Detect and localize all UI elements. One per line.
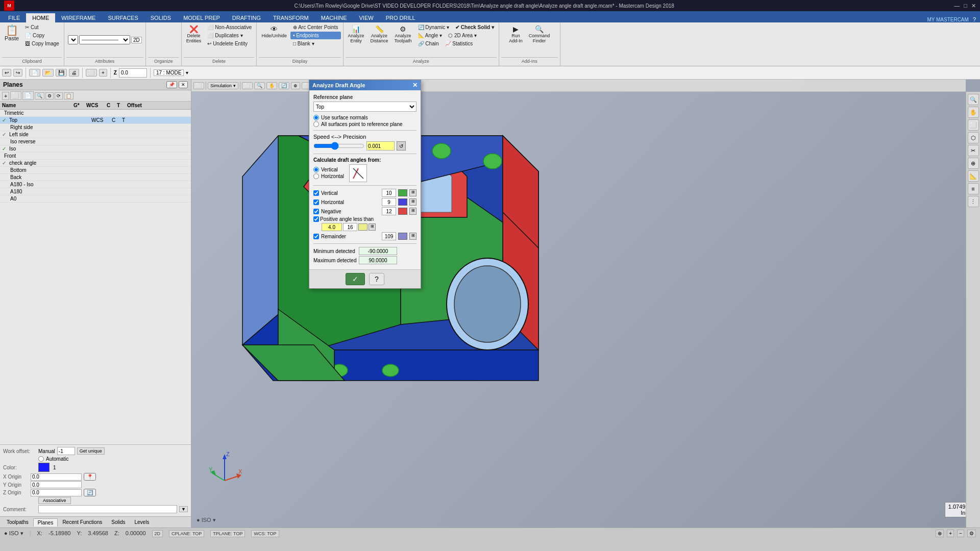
dynamic-button[interactable]: 🔄 Dynamic ▾ — [415, 23, 452, 31]
mode-status[interactable]: 2D — [152, 530, 163, 537]
statistics-button[interactable]: 📈 Statistics — [443, 40, 476, 47]
dialog-close-button[interactable]: ✕ — [412, 82, 418, 89]
positive-angle-count-input[interactable] — [343, 223, 357, 231]
remainder-checkbox[interactable] — [313, 234, 319, 239]
vt-btn-2[interactable]: ⬜ — [242, 82, 253, 89]
new-button[interactable]: 📄 — [29, 69, 40, 77]
tab-modelprep[interactable]: MODEL PREP — [177, 13, 226, 22]
toolbar-btn-e[interactable]: ⟳ — [55, 92, 63, 99]
horizontal-checkbox[interactable] — [313, 199, 319, 205]
positive-angle-checkbox[interactable] — [313, 216, 319, 222]
x-origin-input[interactable] — [31, 473, 82, 481]
copy-button[interactable]: 📄 Copy — [22, 32, 62, 39]
vt-btn-6[interactable]: ⊕ — [291, 82, 300, 89]
analyze-toolpath-button[interactable]: ⚙ AnalyzeToolpath — [392, 23, 414, 45]
vt-btn-3[interactable]: 🔍 — [254, 82, 265, 89]
check-solid-button[interactable]: ✔ Check Solid ▾ — [453, 23, 497, 31]
rt-btn-5[interactable]: ✂ — [968, 145, 979, 156]
close-button[interactable]: ✕ — [971, 3, 976, 9]
toolbar-btn-a[interactable]: ⬜ — [10, 91, 21, 100]
vertical-color-grid[interactable]: ⊞ — [409, 189, 416, 196]
tab-solids[interactable]: SOLIDS — [144, 13, 177, 22]
comment-expand[interactable]: ▼ — [179, 506, 188, 512]
maximize-button[interactable]: □ — [964, 3, 967, 9]
toolbar-btn-b[interactable]: 📄 — [22, 91, 34, 100]
help-icon[interactable]: ? — [973, 16, 976, 22]
precision-input[interactable] — [366, 141, 395, 151]
line-style-select[interactable]: — — [68, 35, 78, 44]
negative-checkbox[interactable] — [313, 209, 319, 214]
get-unique-button[interactable]: Get unique — [77, 447, 105, 455]
horizontal-color-grid[interactable]: ⊞ — [409, 198, 416, 206]
zoom-fit-button[interactable]: ⊕ — [936, 530, 944, 537]
run-addin-button[interactable]: ▶ RunAdd-In — [506, 23, 525, 45]
tab-solids[interactable]: Solids — [107, 518, 130, 527]
tab-prodrill[interactable]: PRO DRILL — [380, 13, 422, 22]
rt-btn-9[interactable]: ⋮ — [968, 196, 979, 207]
toolbar-btn-f[interactable]: 📋 — [64, 92, 74, 99]
line-width-select[interactable]: ———————— — [79, 35, 130, 44]
tab-drafting[interactable]: DRAFTING — [226, 13, 267, 22]
z-origin-pick[interactable]: 🔄 — [84, 489, 96, 496]
remainder-color-grid[interactable]: ⊞ — [409, 233, 416, 240]
x-origin-pick[interactable]: 📍 — [84, 473, 96, 481]
chain-button[interactable]: 🔗 Chain — [415, 40, 442, 47]
analyze-distance-button[interactable]: 📏 AnalyzeDistance — [368, 23, 391, 45]
minimize-button[interactable]: — — [954, 3, 960, 9]
tab-machine[interactable]: MACHINE — [315, 13, 353, 22]
redo-button[interactable]: ↪ — [13, 69, 22, 77]
delete-entities-button[interactable]: ❌ DeleteEntities — [184, 23, 204, 45]
tab-toolpaths[interactable]: Toolpaths — [2, 518, 33, 527]
plane-row-trimetric[interactable]: Trimetric — [0, 110, 191, 117]
tab-planes[interactable]: Planes — [33, 518, 58, 527]
non-associative-button[interactable]: ⬜ Non-Associative — [205, 23, 254, 31]
plane-row-a180iso[interactable]: A180 - Iso — [0, 181, 191, 188]
copy-image-button[interactable]: 🖼 Copy Image — [22, 40, 62, 47]
open-button[interactable]: 📂 — [42, 69, 54, 77]
iso-label-button[interactable]: ● ISO ▾ — [197, 517, 216, 523]
zoom-in-button[interactable]: + — [947, 530, 954, 537]
vertical-radio[interactable] — [313, 167, 319, 172]
analyze-entity-button[interactable]: 📊 AnalyzeEntity — [346, 23, 367, 45]
tab-wireframe[interactable]: WIREFRAME — [55, 13, 102, 22]
tplane-status[interactable]: TPLANE: TOP — [210, 530, 245, 537]
rt-btn-8[interactable]: ≡ — [968, 183, 979, 194]
vertical-count-input[interactable] — [382, 189, 396, 197]
negative-count-input[interactable] — [382, 207, 396, 215]
cut-button[interactable]: ✂ Cut — [22, 23, 62, 31]
remainder-count-input[interactable] — [382, 232, 396, 240]
tab-recent-functions[interactable]: Recent Functions — [58, 518, 107, 527]
save-button[interactable]: 💾 — [56, 69, 67, 77]
planes-pin-button[interactable]: 📌 — [166, 81, 177, 88]
vertical-color-swatch[interactable] — [398, 189, 407, 196]
toolbar-btn-c[interactable]: 🔍 — [35, 92, 44, 99]
tab-transform[interactable]: TRANSFORM — [267, 13, 315, 22]
tab-file[interactable]: FILE — [2, 13, 26, 22]
dialog-help-button[interactable]: ? — [369, 273, 384, 285]
tab-home[interactable]: HOME — [26, 13, 55, 22]
automatic-radio[interactable] — [38, 456, 44, 462]
planes-close-button[interactable]: ✕ — [179, 81, 188, 88]
speed-precision-slider[interactable] — [313, 142, 364, 150]
toolbar-btn-d[interactable]: ⚙ — [45, 92, 54, 99]
tab-levels[interactable]: Levels — [130, 518, 154, 527]
horizontal-radio[interactable] — [313, 173, 319, 179]
y-origin-input[interactable] — [31, 481, 82, 488]
all-surfaces-radio[interactable] — [313, 121, 319, 127]
plane-row-front[interactable]: Front — [0, 153, 191, 160]
undelete-button[interactable]: ↩ Undelete Entity — [205, 40, 254, 47]
rt-btn-6[interactable]: ⊕ — [968, 158, 979, 169]
wcs-status[interactable]: WCS: TOP — [251, 530, 279, 537]
hide-unhide-button[interactable]: 👁 Hide/Unhide — [259, 23, 289, 40]
remainder-color-swatch[interactable] — [398, 233, 407, 240]
use-surface-normals-radio[interactable] — [313, 115, 319, 120]
arc-center-button[interactable]: ⊕ Arc Center Points — [290, 23, 341, 31]
undo-button[interactable]: ↩ — [2, 69, 11, 77]
plane-row-leftside[interactable]: ✓ Left side — [0, 131, 191, 138]
plane-row-bottom[interactable]: Bottom — [0, 167, 191, 174]
cplane-status[interactable]: CPLANE: TOP — [169, 530, 204, 537]
rt-btn-4[interactable]: ⬡ — [968, 132, 979, 143]
plane-row-rightside[interactable]: Right side — [0, 124, 191, 131]
positive-angle-color-grid[interactable]: ⊞ — [369, 223, 376, 231]
plane-row-a0[interactable]: A0 — [0, 195, 191, 203]
